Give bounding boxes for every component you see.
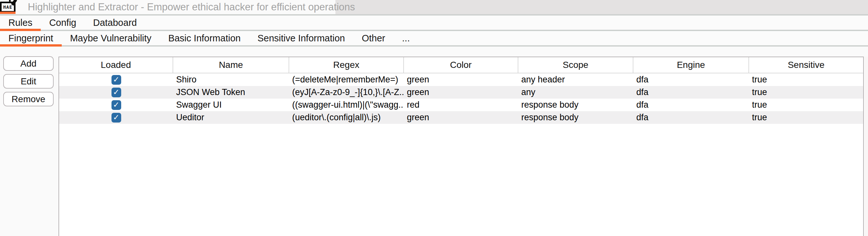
hae-logo-icon: HAE (0, 2, 16, 12)
cell-sensitive: true (749, 111, 863, 124)
cell-name: Ueditor (173, 111, 289, 124)
main-tab-bar: Rules Config Databoard (0, 16, 868, 31)
cell-engine: dfa (633, 98, 749, 111)
extension-title: Highlighter and Extractor - Empower ethi… (28, 1, 355, 13)
edit-button[interactable]: Edit (3, 74, 54, 89)
cell-name: Swagger UI (173, 98, 289, 111)
pen-dot-icon (9, 0, 11, 2)
loaded-checkbox[interactable]: ✓ (112, 88, 121, 97)
rules-table: LoadedNameRegexColorScopeEngineSensitive… (59, 57, 864, 236)
cell-color: green (404, 73, 518, 86)
tab-label: Databoard (93, 18, 137, 28)
rule-actions-panel: Add Edit Remove (0, 47, 59, 236)
hae-logo-text: HAE (3, 5, 12, 9)
cell-scope: response body (518, 98, 633, 111)
tab-databoard[interactable]: Databoard (85, 16, 145, 30)
extension-banner: HAE Highlighter and Extractor - Empower … (0, 0, 335, 14)
tab-label: Sensitive Information (257, 33, 345, 43)
cell-loaded: ✓ (59, 86, 173, 98)
check-icon: ✓ (113, 76, 119, 83)
loaded-checkbox[interactable]: ✓ (112, 75, 121, 85)
cell-loaded: ✓ (59, 98, 173, 111)
cell-scope: any header (518, 73, 633, 86)
cell-sensitive: true (749, 86, 863, 98)
cell-loaded: ✓ (59, 73, 173, 86)
remove-button[interactable]: Remove (3, 92, 54, 106)
cell-name: Shiro (173, 73, 289, 86)
rules-panel: Add Edit Remove LoadedNameRegexColorScop… (0, 47, 868, 236)
loaded-checkbox[interactable]: ✓ (112, 113, 121, 122)
cell-engine: dfa (633, 111, 749, 124)
cell-engine: dfa (633, 86, 749, 98)
tab-fingerprint[interactable]: Fingerprint (0, 31, 62, 45)
table-row[interactable]: ✓ Swagger UI ((swagger-ui.html)|(\"swagg… (59, 98, 863, 111)
check-icon: ✓ (113, 88, 119, 96)
column-header[interactable]: Engine (633, 57, 749, 73)
tab-maybe-vulnerability[interactable]: Maybe Vulnerability (62, 31, 160, 45)
tab-label: Basic Information (168, 33, 241, 43)
extension-tab-bar: HAE Highlighter and Extractor - Empower … (0, 0, 868, 16)
loaded-checkbox[interactable]: ✓ (112, 100, 121, 110)
cell-scope: any (518, 86, 633, 98)
cell-scope: response body (518, 111, 633, 124)
column-header[interactable]: Scope (518, 57, 633, 73)
tab-hae-extension[interactable]: HAE (0, 2, 16, 12)
add-button[interactable]: Add (3, 56, 54, 71)
column-header[interactable]: Loaded (59, 57, 173, 73)
column-header[interactable]: Sensitive (749, 57, 863, 73)
tab-label: Fingerprint (8, 33, 53, 43)
check-icon: ✓ (113, 101, 119, 109)
table-header-row: LoadedNameRegexColorScopeEngineSensitive (59, 57, 863, 73)
tab--[interactable]: ... (394, 31, 418, 45)
tab-basic-information[interactable]: Basic Information (160, 31, 249, 45)
cell-color: green (404, 111, 518, 124)
cell-regex: (=deleteMe|rememberMe=) (289, 73, 404, 86)
cell-color: red (404, 98, 518, 111)
table-row[interactable]: ✓ Shiro (=deleteMe|rememberMe=) green an… (59, 73, 863, 86)
cell-regex: (ueditor\.(config|all)\.js) (289, 111, 404, 124)
cell-regex: (eyJ[A-Za-z0-9_-]{10,}\.[A-Z... (289, 86, 404, 98)
tab-label: Rules (8, 18, 32, 28)
column-header[interactable]: Regex (289, 57, 404, 73)
cell-regex: ((swagger-ui.html)|(\"swagg... (289, 98, 404, 111)
cell-sensitive: true (749, 73, 863, 86)
tab-rules[interactable]: Rules (0, 16, 41, 30)
rule-category-tab-bar: Fingerprint Maybe Vulnerability Basic In… (0, 31, 868, 47)
tab-label: Config (49, 18, 76, 28)
cell-name: JSON Web Token (173, 86, 289, 98)
column-header[interactable]: Name (173, 57, 289, 73)
cell-sensitive: true (749, 98, 863, 111)
table-row[interactable]: ✓ Ueditor (ueditor\.(config|all)\.js) gr… (59, 111, 863, 124)
table-row[interactable]: ✓ JSON Web Token (eyJ[A-Za-z0-9_-]{10,}\… (59, 86, 863, 98)
tab-label: ... (402, 33, 410, 43)
tab-other[interactable]: Other (353, 31, 394, 45)
table-body: ✓ Shiro (=deleteMe|rememberMe=) green an… (59, 73, 863, 124)
cell-loaded: ✓ (59, 111, 173, 124)
tab-config[interactable]: Config (41, 16, 85, 30)
cell-engine: dfa (633, 73, 749, 86)
tab-label: Maybe Vulnerability (70, 33, 152, 43)
check-icon: ✓ (113, 114, 119, 121)
cell-color: green (404, 86, 518, 98)
tab-sensitive-information[interactable]: Sensitive Information (249, 31, 353, 45)
highlighter-pen-icon (11, 0, 17, 6)
table-scrollbar-track (864, 57, 868, 236)
tab-label: Other (362, 33, 385, 43)
column-header[interactable]: Color (404, 57, 518, 73)
